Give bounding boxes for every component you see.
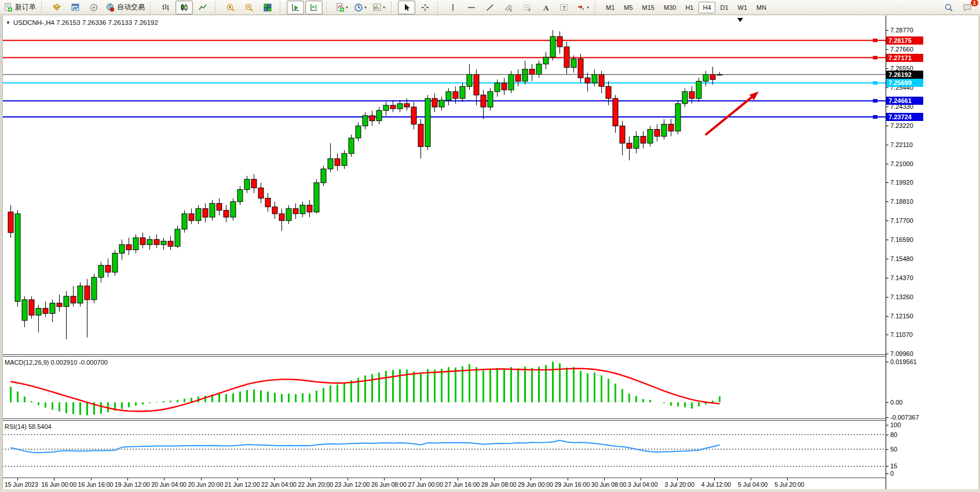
fibo-icon: F [522,3,532,12]
profiles-button[interactable] [48,1,65,14]
candle-body [390,105,396,109]
fibonacci-button[interactable]: F [518,1,536,14]
candle-body [661,124,667,137]
price-tick [886,164,888,164]
svg-text:F: F [529,8,531,12]
time-label: 3 Jul 20:00 [664,481,694,488]
autotrade-icon [105,3,115,12]
candle-body [710,74,715,79]
line-chart-button[interactable] [194,1,211,14]
candle-body [682,91,688,104]
templates-icon [372,3,382,12]
chart-shift-marker[interactable] [737,18,743,22]
timeframe-m1-button[interactable]: M1 [602,2,619,13]
line-handle[interactable] [873,115,877,119]
candle-body [335,159,340,166]
candle-body [161,241,166,245]
arrows-button[interactable]: ▾ [574,1,591,14]
search-button[interactable] [940,1,957,14]
trend-arrow-annotation[interactable] [705,97,752,135]
chart-dropdown-icon[interactable]: ▼ [6,20,10,25]
crosshair-icon [420,3,430,12]
timeframe-h1-button[interactable]: H1 [681,2,697,13]
timeframe-m5-button[interactable]: M5 [620,2,637,13]
navigator-button[interactable] [85,1,103,14]
zoom-out-button[interactable] [240,1,258,14]
time-label: 28 Jun 08:00 [481,481,517,488]
price-tick [886,87,888,88]
candle-body [620,126,625,144]
candle-body [154,240,159,245]
timeframe-m15-button[interactable]: M15 [638,2,659,13]
zoom-in-button[interactable] [222,1,239,14]
candle-body [460,86,465,98]
price-pane-canvas[interactable] [2,16,886,354]
chart-shift-button[interactable] [305,1,323,14]
vline-icon [448,3,458,12]
line-handle[interactable] [873,56,877,60]
timeframe-w1-button[interactable]: W1 [734,2,752,13]
candle-body [182,214,187,229]
pane-divider [2,418,886,419]
candle-body [696,81,701,98]
horizontal-line-button[interactable] [463,1,480,14]
timeframe-h4-button[interactable]: H4 [699,2,715,13]
time-tick [677,478,678,480]
candle-body [85,286,90,300]
candle-body [126,245,131,250]
price-line-tag: 7.23724 [886,113,923,121]
macd-tick [886,362,888,362]
time-tick [91,478,92,480]
candle-body [571,59,576,68]
candle-body [411,107,416,124]
time-label: 21 Jun 12:00 [225,481,260,488]
candlestick-button[interactable] [175,1,193,14]
time-label: 16 Jun 16:00 [78,481,114,488]
zoom-in-icon [226,3,235,12]
timeframe-m30-button[interactable]: M30 [660,2,680,13]
candle-body [217,203,222,210]
line-handle[interactable] [873,99,877,102]
rsi-pane-canvas[interactable] [2,421,886,478]
text-button[interactable]: A [537,1,554,14]
price-tick [886,30,888,31]
candle-body [515,74,521,81]
candle-body [613,98,618,126]
notifications-button[interactable]: 1 [959,1,976,14]
timeframe-d1-button[interactable]: D1 [716,2,733,13]
time-tick [604,478,605,480]
candle-body [175,229,180,247]
timeframe-mn-button[interactable]: MN [752,2,770,13]
indicators-button[interactable]: ▾ [333,1,350,14]
macd-pane-canvas[interactable] [2,357,886,418]
candle-body [543,57,548,64]
candle-body [210,203,215,217]
candle-body [8,212,13,233]
equidistant-channel-button[interactable]: E [500,1,517,14]
time-tick [641,478,641,480]
charts-button[interactable] [67,1,84,14]
bar-chart-button[interactable] [157,1,174,14]
chart-title-text: USDCNH-,H4 7.26153 7.26336 7.26133 7.261… [13,19,158,26]
text-label-button[interactable]: T [555,1,573,14]
auto-scroll-button[interactable] [287,1,304,14]
time-tick [310,478,311,480]
cursor-button[interactable] [398,1,415,14]
macd-tick-label: 0.019561 [890,358,917,366]
autotrading-button[interactable]: 自动交易 [104,1,147,14]
price-tick [886,240,888,240]
templates-button[interactable]: ▾ [370,1,387,14]
time-label: 27 Jun 16:00 [445,481,480,488]
line-handle[interactable] [873,39,877,42]
crosshair-button[interactable] [416,1,434,14]
new-order-button[interactable]: 新订单 [2,1,38,14]
tile-windows-button[interactable] [259,1,276,14]
vertical-line-button[interactable] [444,1,462,14]
candle-body [147,240,152,245]
price-tick [886,68,888,69]
line-handle[interactable] [873,81,877,85]
price-tick [886,335,888,335]
periods-button[interactable]: ▾ [352,1,369,14]
time-label: 26 Jun 08:00 [371,481,407,488]
trendline-button[interactable] [481,1,499,14]
